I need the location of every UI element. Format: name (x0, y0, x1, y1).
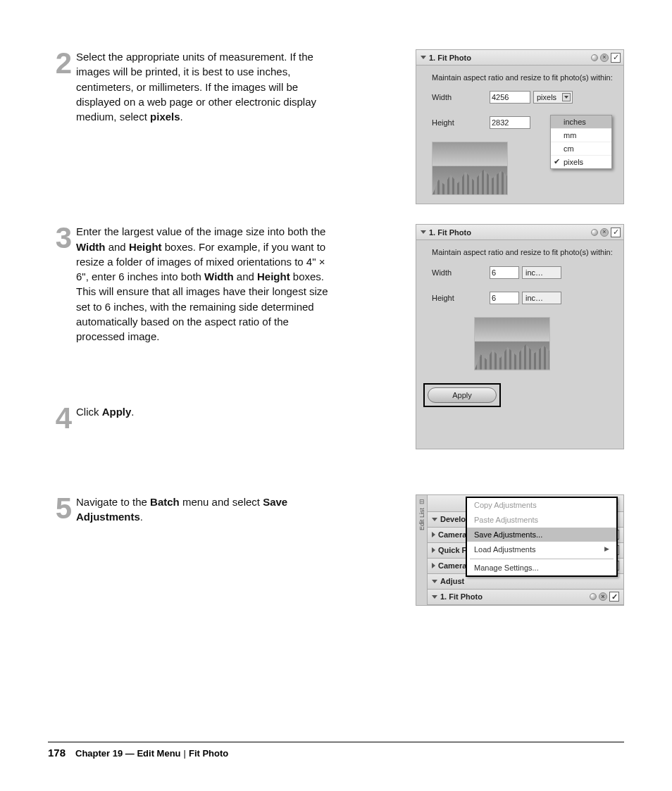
batch-menu-panel: ⊟ Edit List ⚙ Develop Camera S ✓ (416, 494, 624, 606)
section-fit-photo[interactable]: 1. Fit Photo ×✓ (428, 590, 623, 605)
collapse-icon[interactable] (421, 230, 426, 234)
panel-header[interactable]: 1. Fit Photo × ✓ (416, 50, 623, 66)
menu-save-adjustments[interactable]: Save Adjustments... (467, 528, 616, 542)
width-unit-combo[interactable]: inc… (522, 266, 561, 279)
page-footer: 178 Chapter 19 — Edit Menu|Fit Photo (48, 742, 624, 759)
page-number: 178 (48, 747, 66, 759)
step-text: Navigate to the Batch menu and select Sa… (76, 494, 330, 606)
step-number: 3 (48, 224, 72, 251)
collapse-icon (432, 518, 437, 521)
apply-highlight-box: Apply (423, 383, 501, 407)
menu-copy-adjustments[interactable]: Copy Adjustments (467, 498, 616, 513)
width-input[interactable]: 6 (490, 266, 519, 279)
enable-checkbox[interactable]: ✓ (611, 228, 621, 237)
menu-load-adjustments[interactable]: Load Adjustments (467, 542, 616, 557)
panel-title: 1. Fit Photo (429, 54, 591, 62)
step-text: Select the appropriate units of measurem… (76, 49, 330, 204)
fit-photo-panel-2: 1. Fit Photo × ✓ Maintain aspect ratio a… (416, 224, 624, 449)
height-input[interactable]: 6 (490, 292, 519, 304)
width-label: Width (432, 93, 490, 101)
unit-dropdown-menu: inches mm cm ✔ pixels (550, 115, 612, 169)
close-icon[interactable]: × (600, 54, 609, 62)
height-label: Height (432, 294, 490, 302)
enable-checkbox[interactable]: ✓ (611, 53, 621, 63)
unit-option-cm[interactable]: cm (551, 142, 611, 156)
apply-button[interactable]: Apply (428, 387, 497, 403)
close-icon[interactable]: × (599, 592, 607, 601)
panel-header[interactable]: 1. Fit Photo × ✓ (416, 225, 623, 240)
step-text: Click Apply. (76, 404, 330, 419)
expand-icon (432, 563, 435, 568)
collapse-icon[interactable]: ⊟ (419, 498, 425, 505)
step-2: 2 Select the appropriate units of measur… (48, 49, 624, 204)
height-unit-combo[interactable]: inc… (522, 292, 561, 304)
preview-thumbnail (432, 142, 508, 195)
panel-description: Maintain aspect ratio and resize to fit … (432, 73, 614, 82)
step-number: 2 (48, 49, 72, 76)
step-number: 5 (48, 494, 72, 521)
reset-icon[interactable] (590, 593, 597, 600)
panel-description: Maintain aspect ratio and resize to fit … (432, 247, 614, 257)
expand-icon (432, 532, 435, 537)
reset-icon[interactable] (591, 54, 598, 61)
width-label: Width (432, 268, 490, 277)
width-unit-combo[interactable]: pixels (533, 91, 573, 104)
dropdown-icon[interactable] (562, 93, 571, 101)
close-icon[interactable]: × (600, 228, 609, 237)
fit-photo-panel-1: 1. Fit Photo × ✓ Maintain aspect ratio a… (416, 49, 624, 204)
collapse-icon (432, 580, 437, 583)
side-label: Edit List (418, 508, 425, 530)
batch-context-menu: Copy Adjustments Paste Adjustments Save … (466, 497, 618, 577)
collapse-icon[interactable] (421, 56, 426, 59)
side-strip: ⊟ Edit List (416, 495, 428, 605)
width-input[interactable]: 4256 (490, 91, 530, 104)
preview-thumbnail (474, 317, 550, 370)
height-input[interactable]: 2832 (490, 116, 530, 129)
collapse-icon (432, 595, 437, 599)
menu-manage-settings[interactable]: Manage Settings... (467, 561, 616, 575)
panel-title: 1. Fit Photo (429, 228, 591, 237)
height-label: Height (432, 118, 490, 127)
unit-option-inches[interactable]: inches (551, 116, 611, 129)
menu-paste-adjustments[interactable]: Paste Adjustments (467, 513, 616, 528)
unit-option-mm[interactable]: mm (551, 129, 611, 142)
reset-icon[interactable] (591, 229, 598, 236)
footer-text: Chapter 19 — Edit Menu|Fit Photo (75, 748, 228, 759)
unit-option-pixels[interactable]: ✔ pixels (551, 156, 611, 168)
enable-checkbox[interactable]: ✓ (609, 592, 619, 602)
step-5: 5 Navigate to the Batch menu and select … (48, 494, 624, 606)
menu-divider (470, 559, 614, 559)
expand-icon (432, 547, 435, 553)
check-icon: ✔ (554, 157, 560, 166)
step-number: 4 (48, 404, 72, 431)
